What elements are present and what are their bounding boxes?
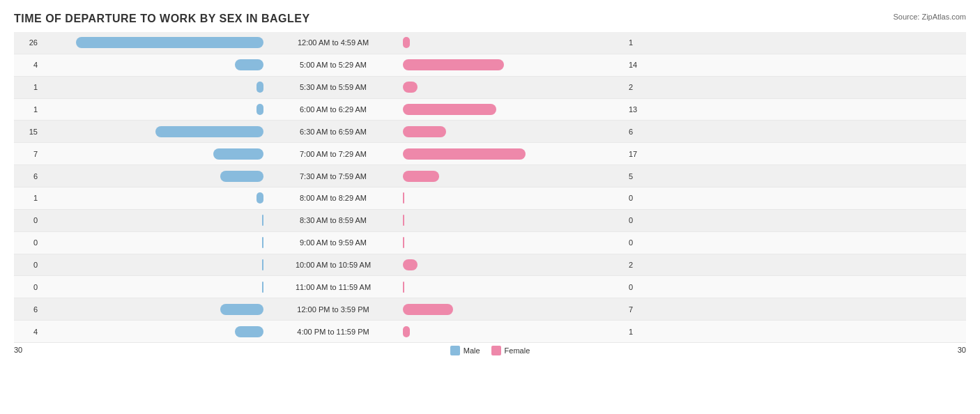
female-bar-section [403, 282, 626, 293]
time-label: 5:00 AM to 5:29 AM [263, 61, 403, 69]
female-value: 2 [626, 261, 652, 269]
female-bar [403, 326, 410, 337]
female-value: 0 [626, 194, 652, 202]
male-bar-section [40, 82, 263, 93]
male-bar-section [40, 326, 263, 337]
female-value: 5 [626, 172, 652, 181]
female-bar-section [403, 237, 626, 248]
female-label: Female [505, 346, 530, 355]
female-bar [403, 304, 453, 315]
male-color-box [450, 346, 460, 355]
female-bar-section [403, 126, 626, 137]
male-value: 0 [14, 261, 40, 269]
time-label: 5:30 AM to 5:59 AM [263, 83, 403, 91]
female-value: 14 [626, 61, 652, 69]
female-bar-section [403, 37, 626, 48]
female-bar [403, 282, 404, 293]
legend-female: Female [491, 346, 530, 355]
male-bar-section [40, 282, 263, 293]
chart-title: TIME OF DEPARTURE TO WORK BY SEX IN BAGL… [14, 13, 966, 25]
time-label: 12:00 PM to 3:59 PM [263, 305, 403, 314]
male-bar [220, 304, 263, 315]
female-value: 7 [626, 305, 652, 314]
male-bar [257, 192, 263, 204]
time-label: 10:00 AM to 10:59 AM [263, 261, 403, 269]
table-row: 0 11:00 AM to 11:59 AM 0 [14, 276, 966, 298]
female-bar-section [403, 104, 626, 115]
female-bar-section [403, 326, 626, 337]
male-bar [220, 171, 263, 182]
time-label: 7:00 AM to 7:29 AM [263, 150, 403, 158]
male-bar [235, 59, 263, 70]
female-bar-section [403, 259, 626, 270]
female-color-box [491, 346, 501, 355]
axis-min-left: 30 [14, 346, 263, 355]
female-bar [403, 37, 410, 48]
female-bar [403, 259, 418, 270]
time-label: 6:30 AM to 6:59 AM [263, 128, 403, 136]
female-value: 0 [626, 216, 652, 224]
male-bar-section [40, 304, 263, 315]
female-value: 2 [626, 83, 652, 91]
male-bar-section [40, 192, 263, 204]
female-bar [403, 215, 404, 226]
male-value: 6 [14, 172, 40, 181]
female-bar [403, 126, 446, 137]
male-label: Male [464, 346, 480, 355]
legend: Male Female [263, 346, 717, 355]
male-bar-section [40, 59, 263, 70]
female-value: 0 [626, 238, 652, 247]
table-row: 4 5:00 AM to 5:29 AM 14 [14, 54, 966, 77]
axis-row: 30 Male Female 30 [14, 343, 966, 355]
chart-area: 26 12:00 AM to 4:59 AM 1 4 5:00 AM to 5:… [14, 32, 966, 364]
male-value: 26 [14, 38, 40, 47]
male-bar-section [40, 171, 263, 182]
table-row: 7 7:00 AM to 7:29 AM 17 [14, 143, 966, 165]
male-bar-section [40, 237, 263, 248]
male-value: 6 [14, 305, 40, 314]
male-value: 1 [14, 194, 40, 202]
chart-container: TIME OF DEPARTURE TO WORK BY SEX IN BAGL… [0, 0, 980, 414]
male-value: 1 [14, 105, 40, 114]
female-value: 17 [626, 150, 652, 158]
female-bar [403, 59, 504, 70]
female-value: 1 [626, 38, 652, 47]
table-row: 0 9:00 AM to 9:59 AM 0 [14, 232, 966, 254]
female-bar-section [403, 192, 626, 204]
female-bar-section [403, 304, 626, 315]
male-value: 4 [14, 61, 40, 69]
rows-container: 26 12:00 AM to 4:59 AM 1 4 5:00 AM to 5:… [14, 32, 966, 343]
female-value: 13 [626, 105, 652, 114]
table-row: 26 12:00 AM to 4:59 AM 1 [14, 32, 966, 54]
female-bar [403, 192, 404, 204]
table-row: 1 8:00 AM to 8:29 AM 0 [14, 187, 966, 210]
male-bar [257, 104, 263, 115]
male-value: 0 [14, 238, 40, 247]
table-row: 15 6:30 AM to 6:59 AM 6 [14, 121, 966, 143]
table-row: 4 4:00 PM to 11:59 PM 1 [14, 321, 966, 343]
male-value: 4 [14, 328, 40, 336]
female-bar-section [403, 215, 626, 226]
male-bar [257, 82, 263, 93]
time-label: 11:00 AM to 11:59 AM [263, 283, 403, 291]
table-row: 1 6:00 AM to 6:29 AM 13 [14, 99, 966, 121]
male-value: 7 [14, 150, 40, 158]
female-value: 1 [626, 328, 652, 336]
time-label: 8:30 AM to 8:59 AM [263, 216, 403, 224]
female-bar-section [403, 171, 626, 182]
time-label: 8:00 AM to 8:29 AM [263, 194, 403, 202]
male-bar-section [40, 37, 263, 48]
time-label: 9:00 AM to 9:59 AM [263, 238, 403, 247]
axis-max-right: 30 [717, 346, 966, 355]
female-bar-section [403, 59, 626, 70]
male-bar [213, 148, 263, 160]
female-value: 6 [626, 128, 652, 136]
male-bar-section [40, 148, 263, 160]
male-bar-section [40, 215, 263, 226]
female-bar-section [403, 148, 626, 160]
table-row: 1 5:30 AM to 5:59 AM 2 [14, 77, 966, 99]
table-row: 0 8:30 AM to 8:59 AM 0 [14, 210, 966, 232]
male-bar-section [40, 259, 263, 270]
male-bar-section [40, 104, 263, 115]
male-bar [155, 126, 263, 137]
